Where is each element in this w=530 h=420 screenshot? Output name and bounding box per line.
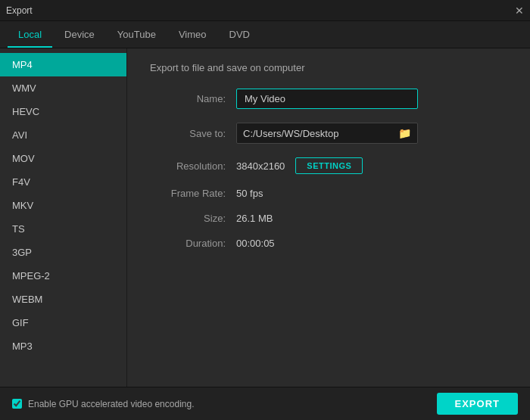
size-label: Size: [150, 213, 226, 224]
gpu-checkbox[interactable] [12, 399, 22, 409]
tab-vimeo[interactable]: Vimeo [168, 23, 217, 48]
sidebar-item-ts[interactable]: TS [0, 217, 126, 241]
name-row: Name: [150, 89, 507, 109]
close-button[interactable]: ✕ [515, 5, 524, 16]
size-row: Size: 26.1 MB [150, 213, 507, 224]
tab-local[interactable]: Local [8, 23, 52, 48]
export-button[interactable]: EXPORT [437, 393, 518, 415]
duration-value: 00:00:05 [236, 238, 275, 249]
framerate-row: Frame Rate: 50 fps [150, 188, 507, 199]
framerate-value: 50 fps [236, 188, 263, 199]
size-value: 26.1 MB [236, 213, 273, 224]
sidebar-item-hevc[interactable]: HEVC [0, 100, 126, 123]
gpu-label-text: Enable GPU accelerated video encoding. [28, 399, 194, 409]
footer: Enable GPU accelerated video encoding. E… [0, 387, 530, 420]
gpu-checkbox-label[interactable]: Enable GPU accelerated video encoding. [12, 399, 194, 409]
sidebar-item-gif[interactable]: GIF [0, 311, 126, 334]
sidebar-item-mov[interactable]: MOV [0, 147, 126, 170]
sidebar-item-f4v[interactable]: F4V [0, 170, 126, 194]
resolution-row: Resolution: 3840x2160 SETTINGS [150, 157, 507, 174]
resolution-container: 3840x2160 SETTINGS [236, 157, 363, 174]
tab-youtube[interactable]: YouTube [107, 23, 167, 48]
sidebar-item-webm[interactable]: WEBM [0, 288, 126, 311]
tab-dvd[interactable]: DVD [219, 23, 260, 48]
export-description: Export to file and save on computer [150, 62, 507, 73]
duration-label: Duration: [150, 238, 226, 249]
content-area: Export to file and save on computer Name… [127, 48, 530, 387]
resolution-value: 3840x2160 [236, 160, 285, 172]
sidebar-item-mkv[interactable]: MKV [0, 194, 126, 217]
main-content: MP4 WMV HEVC AVI MOV F4V MKV TS 3GP MPEG… [0, 48, 530, 387]
folder-icon[interactable]: 📁 [398, 127, 411, 139]
sidebar-item-3gp[interactable]: 3GP [0, 241, 126, 264]
name-label: Name: [150, 93, 226, 104]
resolution-label: Resolution: [150, 160, 226, 172]
settings-button[interactable]: SETTINGS [295, 157, 363, 174]
saveto-container[interactable]: C:/Users/WS/Desktop 📁 [236, 123, 418, 144]
window-title: Export [6, 5, 33, 16]
framerate-label: Frame Rate: [150, 188, 226, 199]
title-bar: Export ✕ [0, 0, 530, 21]
tab-device[interactable]: Device [54, 23, 105, 48]
sidebar-item-mp4[interactable]: MP4 [0, 53, 126, 76]
saveto-row: Save to: C:/Users/WS/Desktop 📁 [150, 123, 507, 144]
name-input[interactable] [236, 89, 418, 109]
sidebar: MP4 WMV HEVC AVI MOV F4V MKV TS 3GP MPEG… [0, 48, 127, 387]
tab-bar: Local Device YouTube Vimeo DVD [0, 21, 530, 48]
sidebar-item-wmv[interactable]: WMV [0, 76, 126, 100]
sidebar-item-avi[interactable]: AVI [0, 123, 126, 147]
sidebar-item-mpeg2[interactable]: MPEG-2 [0, 264, 126, 288]
sidebar-item-mp3[interactable]: MP3 [0, 334, 126, 358]
saveto-path: C:/Users/WS/Desktop [243, 128, 398, 139]
duration-row: Duration: 00:00:05 [150, 238, 507, 249]
saveto-label: Save to: [150, 128, 226, 139]
